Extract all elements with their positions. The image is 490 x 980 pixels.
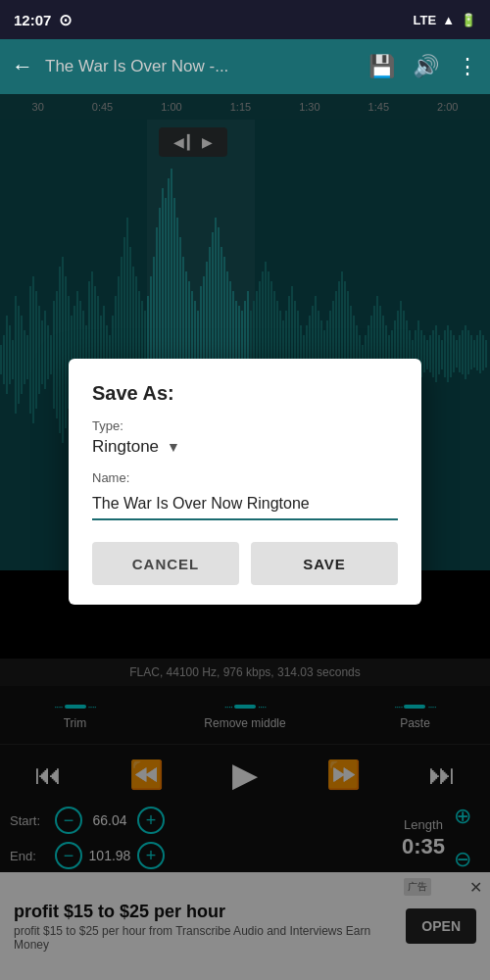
status-network: LTE (414, 13, 437, 27)
dialog-name-label: Name: (92, 470, 398, 485)
more-icon[interactable]: ⋮ (457, 54, 478, 79)
dialog-name-input[interactable] (92, 491, 398, 520)
status-signal-icon: ▲ (442, 13, 455, 27)
track-title: The War Is Over Now -... (45, 57, 368, 76)
dialog-buttons: CANCEL SAVE (92, 542, 398, 585)
volume-icon[interactable]: 🔊 (413, 54, 439, 79)
action-bar: ← The War Is Over Now -... 💾 🔊 ⋮ (0, 39, 490, 94)
save-button[interactable]: SAVE (251, 542, 398, 585)
status-time: 12:07 (14, 12, 51, 28)
dialog-title: Save As: (92, 382, 398, 405)
dialog-type-label: Type: (92, 418, 398, 433)
dialog-overlay: Save As: Type: Ringtone ▼ Name: CANCEL S… (0, 94, 490, 980)
status-bar: 12:07 ⊙ LTE ▲ 🔋 (0, 0, 490, 39)
save-dialog: Save As: Type: Ringtone ▼ Name: CANCEL S… (69, 359, 421, 605)
save-icon[interactable]: 💾 (368, 54, 395, 79)
back-button[interactable]: ← (12, 54, 33, 79)
dropdown-arrow-icon: ▼ (167, 439, 180, 455)
dialog-type-value: Ringtone (92, 437, 159, 457)
dialog-type-dropdown[interactable]: Ringtone ▼ (92, 437, 398, 457)
status-notif-icon: ⊙ (59, 11, 72, 29)
cancel-button[interactable]: CANCEL (92, 542, 239, 585)
status-battery-icon: 🔋 (461, 13, 476, 27)
